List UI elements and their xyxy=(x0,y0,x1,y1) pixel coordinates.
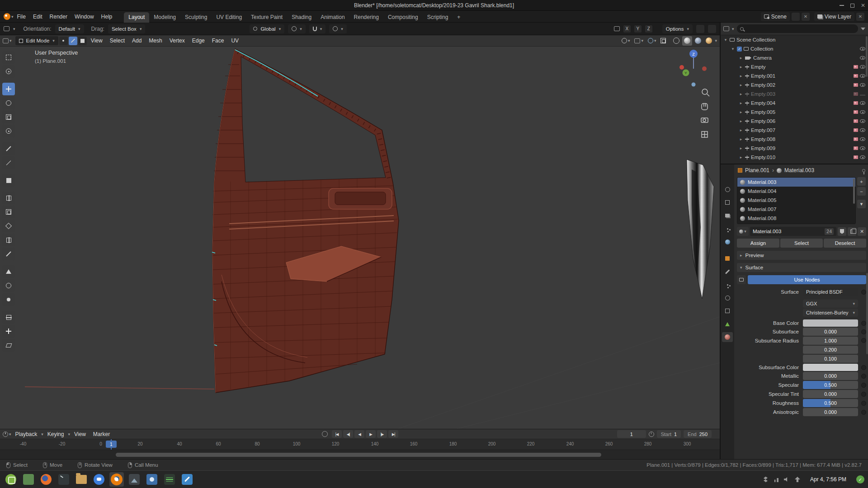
animate-dot[interactable] xyxy=(861,383,866,388)
breadcrumb-material[interactable]: Material.003 xyxy=(784,167,814,174)
end-frame-field[interactable]: End 250 xyxy=(684,430,712,438)
axis-y-toggle[interactable]: Y xyxy=(634,25,642,33)
options-dropdown[interactable]: Options ▾ xyxy=(662,24,693,33)
tool-cursor[interactable] xyxy=(2,65,15,78)
expand-icon[interactable]: ▸ xyxy=(739,110,743,114)
show-hide-dropdown-icon[interactable] xyxy=(622,38,627,43)
use-preview-range-icon[interactable] xyxy=(649,432,654,437)
expand-icon[interactable]: ▸ xyxy=(739,128,743,132)
mode-dropdown[interactable]: Edit Mode ▾ xyxy=(15,36,58,45)
tool-rotate[interactable] xyxy=(2,97,15,109)
gizmo-toggle-icon[interactable] xyxy=(614,26,620,31)
material-slot[interactable]: Material.004 xyxy=(737,187,855,196)
network-icon[interactable] xyxy=(773,477,778,482)
expand-icon[interactable]: ▸ xyxy=(739,119,743,123)
workspace-tab-modeling[interactable]: Modeling xyxy=(149,12,180,23)
tool-measure[interactable] xyxy=(2,156,15,169)
visibility-eye-icon[interactable] xyxy=(860,110,865,114)
menu-playback[interactable]: Playback xyxy=(12,429,41,439)
update-shield-icon[interactable]: ✓ xyxy=(856,475,864,483)
shading-rendered-button[interactable] xyxy=(704,36,714,46)
outliner-row-empty-004[interactable]: ▸ Empty.004 xyxy=(721,99,868,108)
visibility-eye-icon[interactable] xyxy=(860,56,865,60)
tab-constraints[interactable] xyxy=(722,306,733,316)
jump-to-start-button[interactable]: |◀ xyxy=(332,430,342,438)
workspace-tab-compositing[interactable]: Compositing xyxy=(383,12,423,23)
outliner-row-empty-006[interactable]: ▸ Empty.006 xyxy=(721,117,868,126)
expand-icon[interactable]: ▸ xyxy=(739,137,743,141)
shading-wireframe-button[interactable] xyxy=(671,36,681,46)
workspace-tab-animation[interactable]: Animation xyxy=(316,12,349,23)
overlays-toggle-icon[interactable] xyxy=(648,38,653,43)
select-button[interactable]: Select xyxy=(780,239,823,248)
outliner-row-empty-003[interactable]: ▸ Empty.003 xyxy=(721,89,868,99)
volume-icon[interactable] xyxy=(784,477,789,482)
timeline-editor-type-icon[interactable] xyxy=(3,432,8,437)
taskbar-app-blender[interactable] xyxy=(109,472,124,487)
outliner-row-empty-008[interactable]: ▸ Empty.008 xyxy=(721,135,868,144)
auto-keying-toggle[interactable] xyxy=(322,431,328,437)
visibility-eye-icon[interactable] xyxy=(860,93,865,95)
timeline-editor-caret-icon[interactable]: ▾ xyxy=(9,432,11,436)
tool-inset-faces[interactable] xyxy=(2,206,15,218)
menu-mesh[interactable]: Mesh xyxy=(146,35,165,47)
camera-view-button[interactable] xyxy=(701,118,708,122)
taskbar-app-software[interactable] xyxy=(21,472,36,487)
tool-edge-slide[interactable] xyxy=(2,311,15,324)
tab-particles[interactable] xyxy=(722,280,733,290)
navigation-gizmo[interactable]: Z Y xyxy=(679,50,707,87)
outliner-row-empty-002[interactable]: ▸ Empty.002 xyxy=(721,80,868,89)
clock[interactable]: Apr 4, 7:56 PM xyxy=(810,476,846,483)
menu-face[interactable]: Face xyxy=(209,35,227,47)
next-keyframe-button[interactable]: |▶ xyxy=(377,430,387,438)
viewport-editor-type-icon[interactable] xyxy=(3,38,9,43)
users-count-badge[interactable]: 24 xyxy=(825,228,834,235)
shading-material-button[interactable] xyxy=(693,36,703,46)
taskbar-app-audio[interactable] xyxy=(162,472,177,487)
subsurface-value-slider[interactable]: 0.000 xyxy=(803,328,858,336)
app-menu-caret-icon[interactable]: ▾ xyxy=(11,14,14,19)
expand-icon[interactable]: ▸ xyxy=(739,74,743,78)
tool-knife[interactable] xyxy=(2,248,15,260)
subsurface-radius-y-slider[interactable]: 0.200 xyxy=(803,346,858,354)
subsurface-radius-x-slider[interactable]: 1.000 xyxy=(803,337,858,345)
scene-selector[interactable]: Scene xyxy=(761,12,790,21)
menu-help[interactable]: Help xyxy=(98,11,116,23)
animate-dot[interactable] xyxy=(861,321,866,326)
remove-slot-button[interactable]: − xyxy=(857,187,866,196)
axis-z-toggle[interactable]: Z xyxy=(645,25,652,33)
tool-move[interactable] xyxy=(2,83,15,95)
xray-toggle-icon[interactable] xyxy=(660,38,666,43)
expand-icon[interactable]: ▸ xyxy=(739,65,743,69)
outliner-row-empty-010[interactable]: ▸ Empty.010 xyxy=(721,153,868,162)
start-frame-field[interactable]: Start 1 xyxy=(657,430,681,438)
overlay-extra-button[interactable] xyxy=(696,25,704,33)
animate-dot[interactable] xyxy=(861,401,866,406)
outliner-row-empty-007[interactable]: ▸ Empty.007 xyxy=(721,126,868,135)
expand-icon[interactable]: ▸ xyxy=(739,56,743,60)
overlays-caret-icon[interactable]: ▾ xyxy=(654,38,656,43)
browse-material-button[interactable]: ▾ xyxy=(737,227,749,236)
outliner-row-camera[interactable]: ▸ Camera xyxy=(721,53,868,62)
specular-tint-value-slider[interactable]: 0.000 xyxy=(803,390,858,398)
outliner-row-collection[interactable]: ▾ ✓ Collection xyxy=(721,44,868,53)
tab-object-data[interactable] xyxy=(722,319,733,329)
pan-hand-button[interactable] xyxy=(702,103,708,110)
shading-solid-button[interactable] xyxy=(682,36,692,46)
tool-annotate[interactable] xyxy=(2,142,15,155)
subsurface-method-dropdown[interactable]: Christensen-Burley ▾ xyxy=(803,309,858,317)
tool-spin[interactable] xyxy=(2,279,15,292)
anisotropic-value-slider[interactable]: 0.000 xyxy=(803,408,858,416)
nodetree-icon-button[interactable] xyxy=(737,275,746,284)
outliner-row-empty-009[interactable]: ▸ Empty.009 xyxy=(721,144,868,153)
fake-user-button[interactable] xyxy=(838,227,846,236)
assign-button[interactable]: Assign xyxy=(737,239,779,248)
collection-checkbox[interactable]: ✓ xyxy=(737,47,742,52)
expand-icon[interactable]: ▸ xyxy=(739,83,743,87)
menu-marker[interactable]: Marker xyxy=(90,429,113,439)
chrome-object[interactable] xyxy=(687,160,714,299)
tab-render[interactable] xyxy=(722,184,733,194)
jump-to-end-button[interactable]: ▶| xyxy=(388,430,398,438)
tool-scale[interactable] xyxy=(2,111,15,123)
taskbar-app-editor[interactable] xyxy=(180,472,194,487)
